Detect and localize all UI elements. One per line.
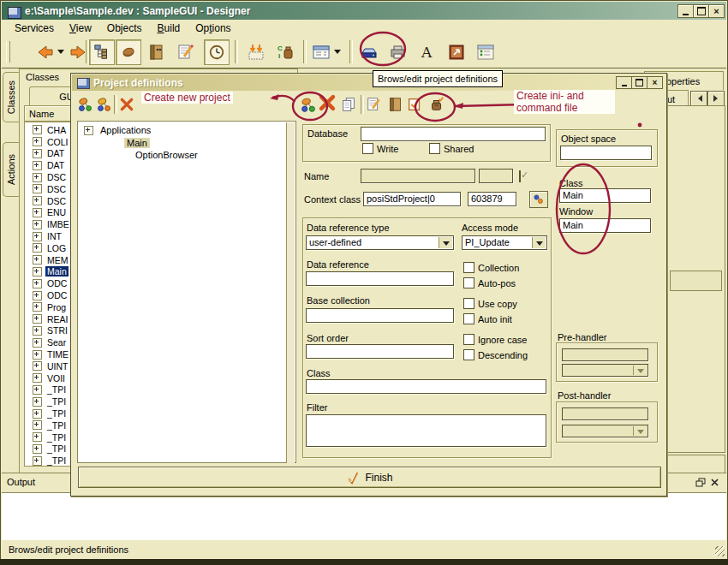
dialog-title-bar[interactable]: Project definitions <box>72 74 665 91</box>
book-button[interactable] <box>386 95 405 114</box>
context-class-id-input[interactable]: 603879 <box>468 192 516 206</box>
use-copy-checkbox[interactable]: Use copy <box>463 298 517 309</box>
expand-icon[interactable] <box>33 279 42 288</box>
vtab-classes[interactable]: Classes <box>3 72 19 122</box>
create-new-project-button[interactable] <box>299 95 318 114</box>
expand-icon[interactable] <box>33 420 42 430</box>
descending-checkbox[interactable]: Descending <box>463 349 528 360</box>
output-float-button[interactable] <box>694 476 707 489</box>
font-button[interactable]: A <box>416 41 439 63</box>
expand-icon[interactable] <box>33 314 42 324</box>
output-console[interactable] <box>2 492 726 542</box>
chevron-down-icon[interactable] <box>532 237 546 248</box>
class-hierarchy-button[interactable] <box>89 39 115 65</box>
close-button[interactable]: × <box>708 4 725 18</box>
tree-delete-button[interactable] <box>117 95 136 114</box>
form-editor-button[interactable] <box>474 41 497 63</box>
expand-icon[interactable] <box>33 196 42 205</box>
expand-icon[interactable] <box>84 126 93 135</box>
expand-icon[interactable] <box>33 385 42 395</box>
maximize-button[interactable] <box>693 4 709 18</box>
context-class-browse-button[interactable] <box>529 191 548 208</box>
form-list-dropdown[interactable] <box>334 50 341 57</box>
expand-icon[interactable] <box>33 397 42 407</box>
dialog-maximize-button[interactable] <box>631 76 647 89</box>
project-definitions-button[interactable] <box>358 41 380 63</box>
collection-checkbox[interactable]: Collection <box>463 262 519 273</box>
expand-icon[interactable] <box>33 255 42 265</box>
ignore-case-checkbox[interactable]: Ignore case <box>463 334 527 345</box>
back-history-dropdown[interactable] <box>57 50 64 57</box>
database-input[interactable] <box>361 127 546 141</box>
edit-definition-button[interactable] <box>365 95 384 114</box>
expand-icon[interactable] <box>33 326 42 336</box>
target-class-input[interactable]: Main <box>559 188 651 203</box>
expand-icon[interactable] <box>33 173 42 182</box>
expand-icon[interactable] <box>33 291 42 300</box>
expand-icon[interactable] <box>33 350 42 360</box>
expand-icon[interactable] <box>33 267 42 277</box>
expand-icon[interactable] <box>33 243 42 253</box>
printer-button[interactable] <box>387 41 409 63</box>
expand-icon[interactable] <box>33 137 42 146</box>
auto-pos-checkbox[interactable]: Auto-pos <box>463 277 516 288</box>
project-tree-row[interactable]: OptionBrowser <box>78 149 295 162</box>
tab-scroll-left-button[interactable] <box>690 91 707 106</box>
menu-item[interactable]: Build <box>150 21 188 36</box>
tree-scrollbar[interactable] <box>286 122 295 463</box>
expand-icon[interactable] <box>33 208 42 217</box>
data-reference-type-select[interactable]: user-defined <box>306 235 454 250</box>
vtab-actions[interactable]: Actions <box>3 142 19 197</box>
window-input[interactable]: Main <box>559 218 651 233</box>
clock-button[interactable] <box>204 39 230 65</box>
expand-icon[interactable] <box>33 409 42 419</box>
finish-button[interactable]: Finish <box>78 467 661 488</box>
dialog-close-button[interactable]: × <box>647 76 663 89</box>
access-mode-select[interactable]: PI_Update <box>462 235 547 250</box>
base-collection-input[interactable] <box>306 308 454 323</box>
chevron-down-icon[interactable] <box>439 237 452 248</box>
expand-icon[interactable] <box>33 361 42 371</box>
menu-item[interactable]: Services <box>7 21 62 36</box>
expand-icon[interactable] <box>33 149 42 158</box>
tab-scroll-right-button[interactable] <box>707 91 725 106</box>
form-list-button[interactable] <box>310 41 332 63</box>
shared-checkbox[interactable]: Shared <box>429 143 474 154</box>
properties-field[interactable] <box>670 271 722 291</box>
expand-icon[interactable] <box>33 432 42 442</box>
expand-icon[interactable] <box>33 232 42 241</box>
menu-item[interactable]: Options <box>188 21 238 36</box>
expand-icon[interactable] <box>33 456 42 466</box>
project-tree-row[interactable]: Applications <box>78 124 295 137</box>
check-definition-button[interactable] <box>405 95 424 114</box>
book-button[interactable] <box>146 41 168 63</box>
minimize-button[interactable] <box>677 4 694 18</box>
expand-icon[interactable] <box>33 302 42 312</box>
create-ini-command-button[interactable] <box>427 95 446 114</box>
expand-icon[interactable] <box>33 125 42 134</box>
expand-icon[interactable] <box>33 161 42 170</box>
tree-link-button[interactable] <box>95 95 114 114</box>
class-input[interactable] <box>306 379 546 394</box>
edit-button[interactable] <box>175 41 197 63</box>
tree-new-button[interactable] <box>76 95 95 114</box>
expand-icon[interactable] <box>33 373 42 383</box>
menu-item[interactable]: View <box>62 21 99 36</box>
context-class-input[interactable]: posiStdProject|0 <box>363 192 461 206</box>
class-info-button[interactable]: C I <box>274 41 296 63</box>
expand-icon[interactable] <box>33 220 42 229</box>
dialog-minimize-button[interactable] <box>616 76 632 89</box>
image-viewer-button[interactable] <box>445 41 468 63</box>
project-tree-row[interactable]: Main <box>78 137 295 150</box>
delete-project-button[interactable] <box>318 93 337 112</box>
import-export-button[interactable] <box>245 41 267 63</box>
auto-init-checkbox[interactable]: Auto init <box>463 313 512 324</box>
eraser-button[interactable] <box>116 39 141 65</box>
expand-icon[interactable] <box>33 184 42 193</box>
expand-icon[interactable] <box>33 444 42 454</box>
data-reference-input[interactable] <box>306 271 454 286</box>
sort-order-input[interactable] <box>306 344 454 359</box>
output-close-button[interactable] <box>708 476 721 489</box>
back-button[interactable] <box>34 41 57 63</box>
write-checkbox[interactable]: Write <box>362 143 398 154</box>
